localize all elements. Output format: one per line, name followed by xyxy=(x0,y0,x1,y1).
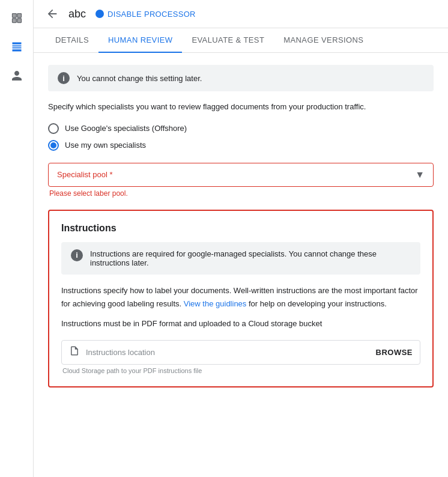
sidebar-item-grid[interactable] xyxy=(5,7,29,31)
radio-google-outer xyxy=(48,123,59,134)
radio-own-specialists[interactable]: Use my own specialists xyxy=(48,140,434,151)
dropdown-arrow-icon: ▼ xyxy=(415,169,425,180)
back-button[interactable] xyxy=(46,7,59,20)
file-input-left: Instructions location xyxy=(69,345,370,359)
specialist-pool-label: Specialist pool * xyxy=(57,170,113,179)
pdf-note: Instructions must be in PDF format and u… xyxy=(61,318,420,330)
specialist-pool-error: Please select laber pool. xyxy=(48,189,434,198)
radio-own-label: Use my own specialists xyxy=(65,141,146,150)
tab-manage-versions[interactable]: MANAGE VERSIONS xyxy=(274,28,373,53)
instructions-description: Instructions specify how to label your d… xyxy=(61,284,420,311)
setting-info-banner: i You cannot change this setting later. xyxy=(48,65,434,91)
instructions-desc-part2: for help on developing your instructions… xyxy=(246,299,386,308)
instructions-banner-text: Instructions are required for google-man… xyxy=(90,249,411,267)
file-icon xyxy=(69,345,80,359)
info-icon: i xyxy=(58,72,70,84)
tab-details[interactable]: DETAILS xyxy=(46,28,98,53)
disable-dot-icon xyxy=(95,10,104,18)
radio-google-specialists[interactable]: Use Google's specialists (Offshore) xyxy=(48,123,434,134)
grid-icon xyxy=(11,12,23,27)
specialist-radio-group: Use Google's specialists (Offshore) Use … xyxy=(48,123,434,151)
sidebar-item-person[interactable] xyxy=(5,65,29,89)
main-content: abc DISABLE PROCESSOR DETAILS HUMAN REVI… xyxy=(34,0,448,477)
info-banner-text: You cannot change this setting later. xyxy=(77,74,202,83)
instructions-info-banner: i Instructions are required for google-m… xyxy=(61,242,420,275)
page-title: abc xyxy=(68,8,86,20)
file-placeholder-text: Instructions location xyxy=(86,348,155,357)
sidebar xyxy=(0,0,34,477)
specialist-pool-dropdown[interactable]: Specialist pool * ▼ xyxy=(48,163,434,187)
instructions-section: Instructions i Instructions are required… xyxy=(48,210,434,387)
radio-google-label: Use Google's specialists (Offshore) xyxy=(65,124,187,133)
radio-own-inner xyxy=(50,142,56,148)
header: abc DISABLE PROCESSOR xyxy=(34,0,448,28)
radio-own-outer xyxy=(48,140,59,151)
instructions-title: Instructions xyxy=(61,223,420,234)
instructions-file-input[interactable]: Instructions location BROWSE xyxy=(61,340,420,365)
tab-evaluate-test[interactable]: EVALUATE & TEST xyxy=(182,28,274,53)
tab-human-review[interactable]: HUMAN REVIEW xyxy=(98,28,182,53)
instructions-info-icon: i xyxy=(71,249,83,261)
disable-processor-button[interactable]: DISABLE PROCESSOR xyxy=(95,10,196,19)
content-area: i You cannot change this setting later. … xyxy=(34,53,448,400)
file-hint-text: Cloud Storage path to your PDF instructi… xyxy=(61,367,420,374)
sidebar-item-table[interactable] xyxy=(5,36,29,60)
tab-bar: DETAILS HUMAN REVIEW EVALUATE & TEST MAN… xyxy=(34,28,448,53)
person-icon xyxy=(11,70,23,85)
table-icon xyxy=(11,41,23,56)
view-guidelines-link[interactable]: View the guidlines xyxy=(184,299,247,308)
browse-button[interactable]: BROWSE xyxy=(376,348,413,357)
specialist-description: Specify which specialists you want to re… xyxy=(48,101,434,114)
